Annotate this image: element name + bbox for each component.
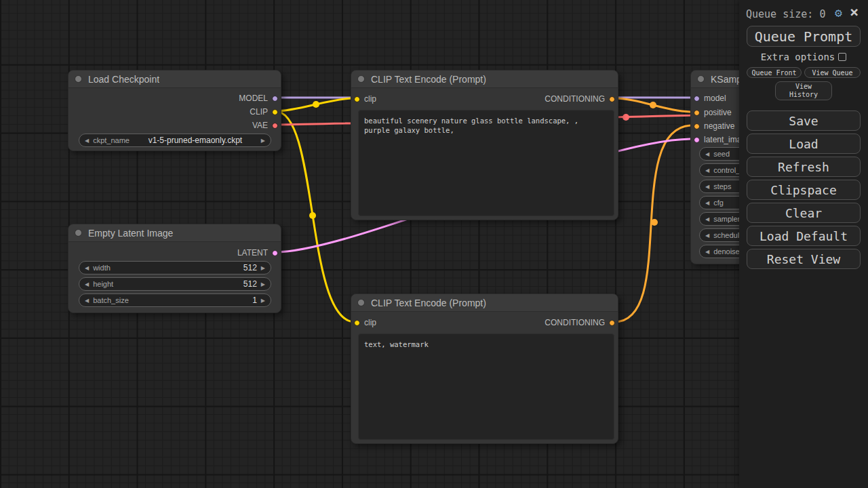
view-queue-button[interactable]: View Queue [804, 67, 861, 78]
extra-options-label: Extra options [761, 52, 835, 62]
clipspace-button[interactable]: Clipspace [747, 180, 861, 200]
arrow-left-icon[interactable]: ◀ [705, 216, 709, 222]
output-slot-conditioning[interactable]: CONDITIONING [545, 92, 615, 106]
slot-dot-latent[interactable] [272, 250, 278, 256]
node-title-bar[interactable]: Load Checkpoint [68, 70, 281, 88]
node-empty-latent-image[interactable]: Empty Latent Image LATENT ◀ width 512 ▶ … [68, 224, 281, 313]
slot-label: MODEL [239, 94, 268, 103]
reset-view-button[interactable]: Reset View [747, 249, 861, 269]
node-title-bar[interactable]: CLIP Text Encode (Prompt) [351, 70, 618, 88]
slot-dot-clip[interactable] [354, 320, 360, 326]
arrow-left-icon[interactable]: ◀ [705, 249, 709, 255]
queue-size-label: Queue size: [746, 8, 813, 20]
widget-value: 1 [252, 296, 257, 305]
collapse-dot[interactable] [75, 75, 82, 83]
node-editor-canvas[interactable]: { "colors": { "model": "#B39DDB", "clip"… [0, 0, 868, 488]
widget-label: steps [713, 182, 731, 190]
output-slot-clip[interactable]: CLIP [250, 105, 278, 119]
collapse-dot[interactable] [697, 75, 705, 83]
node-title-bar[interactable]: CLIP Text Encode (Prompt) [351, 294, 618, 312]
prompt-textarea[interactable]: text, watermark [358, 333, 614, 440]
arrow-left-icon[interactable]: ◀ [85, 138, 89, 144]
link-midpoint-dot [309, 212, 316, 219]
widget-batch-size[interactable]: ◀ batch_size 1 ▶ [79, 293, 271, 307]
widget-width[interactable]: ◀ width 512 ▶ [79, 261, 271, 274]
node-title: CLIP Text Encode (Prompt) [371, 74, 486, 85]
widget-label: denoise [713, 247, 740, 256]
queue-front-button[interactable]: Queue Front [747, 67, 802, 78]
slot-dot-clip[interactable] [354, 96, 360, 102]
output-slot-model[interactable]: MODEL [239, 92, 278, 105]
slot-label: CONDITIONING [545, 318, 605, 327]
slot-label: model [704, 94, 726, 103]
node-clip-text-encode-positive[interactable]: CLIP Text Encode (Prompt) clip CONDITION… [351, 70, 618, 220]
slot-label: LATENT [237, 248, 268, 258]
arrow-right-icon[interactable]: ▶ [261, 138, 265, 144]
arrow-right-icon[interactable]: ▶ [261, 281, 265, 287]
arrow-left-icon[interactable]: ◀ [85, 265, 89, 271]
arrow-left-icon[interactable]: ◀ [85, 298, 89, 304]
input-slot-model[interactable]: model [694, 92, 726, 105]
arrow-left-icon[interactable]: ◀ [705, 200, 709, 206]
close-icon[interactable]: × [850, 4, 859, 20]
arrow-right-icon[interactable]: ▶ [261, 298, 265, 304]
slot-label: clip [364, 94, 376, 104]
input-slot-clip[interactable]: clip [354, 316, 376, 329]
widget-value: 512 [243, 279, 257, 289]
widget-ckpt-name[interactable]: ◀ ckpt_name v1-5-pruned-emaonly.ckpt ▶ [79, 134, 271, 147]
widget-label: width [93, 264, 111, 272]
view-history-button[interactable]: View History [775, 81, 832, 100]
queue-size-status: Queue size: 0 [746, 8, 825, 20]
extra-options-checkbox[interactable] [838, 53, 846, 61]
output-slot-latent[interactable]: LATENT [237, 246, 278, 260]
arrow-right-icon[interactable]: ▶ [261, 265, 265, 271]
load-default-button[interactable]: Load Default [747, 226, 861, 246]
collapse-dot[interactable] [75, 229, 82, 237]
slot-dot-model[interactable] [694, 96, 700, 102]
refresh-button[interactable]: Refresh [747, 157, 861, 177]
load-button[interactable]: Load [747, 134, 861, 154]
slot-dot-conditioning[interactable] [694, 123, 700, 129]
arrow-left-icon[interactable]: ◀ [705, 151, 709, 157]
node-title: Empty Latent Image [88, 228, 173, 239]
collapse-dot[interactable] [357, 299, 365, 306]
slot-label: VAE [252, 121, 268, 130]
widget-label: batch_size [93, 296, 129, 304]
link-midpoint-dot [623, 114, 629, 121]
widget-label: height [93, 280, 113, 288]
node-clip-text-encode-negative[interactable]: CLIP Text Encode (Prompt) clip CONDITION… [351, 293, 618, 444]
settings-gear-icon[interactable]: ⚙ [835, 6, 842, 20]
arrow-left-icon[interactable]: ◀ [705, 184, 709, 190]
node-load-checkpoint[interactable]: Load Checkpoint MODEL CLIP VAE ◀ ckpt_na… [68, 70, 281, 151]
link-midpoint-dot [313, 101, 319, 108]
input-slot-clip[interactable]: clip [354, 92, 376, 106]
arrow-left-icon[interactable]: ◀ [705, 232, 709, 239]
slot-dot-model[interactable] [272, 96, 278, 102]
output-slot-conditioning[interactable]: CONDITIONING [545, 316, 615, 329]
arrow-left-icon[interactable]: ◀ [705, 167, 709, 174]
slot-dot-conditioning[interactable] [609, 96, 615, 102]
save-button[interactable]: Save [747, 110, 861, 131]
widget-height[interactable]: ◀ height 512 ▶ [79, 277, 271, 291]
widget-value: 512 [243, 263, 257, 272]
collapse-dot[interactable] [357, 75, 365, 83]
clear-button[interactable]: Clear [747, 203, 861, 223]
prompt-textarea[interactable]: beautiful scenery nature glass bottle la… [358, 110, 614, 216]
queue-size-value: 0 [819, 8, 825, 20]
widget-label: ckpt_name [93, 136, 130, 144]
slot-dot-conditioning[interactable] [609, 320, 615, 326]
queue-prompt-button[interactable]: Queue Prompt [747, 26, 861, 47]
slot-dot-clip[interactable] [272, 109, 278, 115]
node-title-bar[interactable]: Empty Latent Image [68, 224, 281, 242]
output-slot-vae[interactable]: VAE [252, 119, 278, 132]
comfy-menu-panel: Queue size: 0 ⚙ × Queue Prompt Extra opt… [739, 0, 868, 488]
slot-label: negative [704, 121, 734, 131]
arrow-left-icon[interactable]: ◀ [85, 281, 89, 287]
input-slot-negative[interactable]: negative [694, 119, 734, 133]
widget-value: v1-5-pruned-emaonly.ckpt [130, 136, 261, 145]
slot-label: clip [364, 318, 376, 327]
slot-dot-vae[interactable] [272, 123, 278, 129]
input-slot-positive[interactable]: positive [694, 106, 732, 119]
slot-dot-conditioning[interactable] [694, 110, 700, 116]
slot-dot-latent[interactable] [694, 137, 700, 143]
